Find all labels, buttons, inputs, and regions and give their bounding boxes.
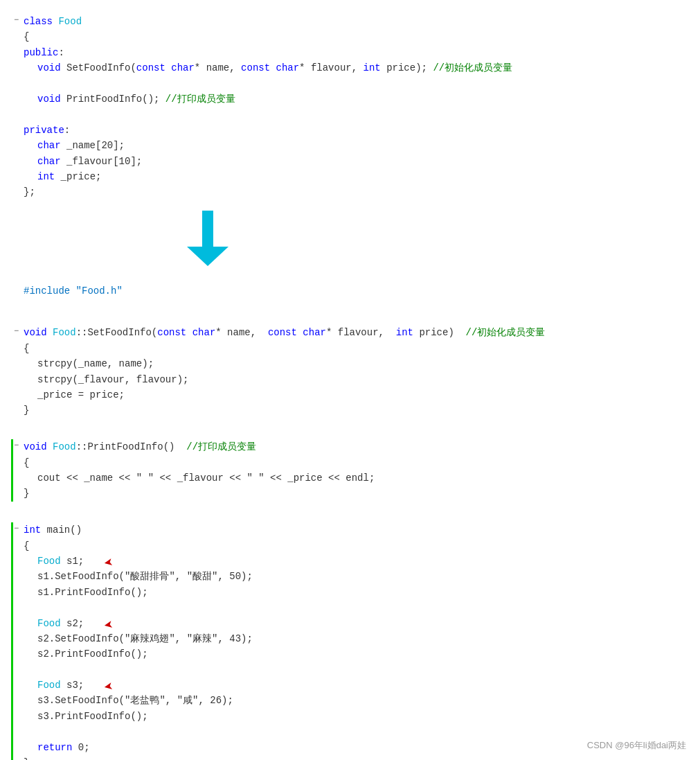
collapse-icon[interactable]: − bbox=[14, 14, 22, 27]
s2-printfoodinfo: s2.PrintFoodInfo(); bbox=[14, 646, 686, 662]
main-close: } bbox=[14, 755, 686, 760]
empty-line-1 bbox=[14, 76, 686, 91]
price-assign: _price = price; bbox=[14, 387, 686, 403]
include-directive: #include "Food.h" bbox=[24, 285, 123, 297]
name-member: char _name[20]; bbox=[14, 138, 686, 153]
open-brace: { bbox=[14, 29, 686, 44]
s3-printfoodinfo: s3.PrintFoodInfo(); bbox=[14, 709, 686, 724]
class-keyword: class bbox=[24, 14, 53, 29]
svg-rect-0 bbox=[202, 211, 213, 249]
green-left-border-main bbox=[11, 522, 13, 760]
svg-marker-1 bbox=[187, 247, 228, 266]
arrow-section bbox=[14, 207, 686, 276]
printfoodinfo-open: { bbox=[14, 455, 686, 470]
close-brace-semi: }; bbox=[14, 184, 686, 200]
printfoodinfo-close: } bbox=[14, 486, 686, 501]
class-name: Food bbox=[58, 14, 82, 29]
setfoodinfo-close: } bbox=[14, 403, 686, 418]
setfoodinfo-section: − void Food::SetFoodInfo(const char* nam… bbox=[14, 325, 686, 418]
cout-line: cout << _name << " " << _flavour << " " … bbox=[14, 470, 686, 486]
class-food-section: − class Food { public: void SetFoodInfo(… bbox=[14, 14, 686, 200]
printfoodinfo-section: − void Food::PrintFoodInfo() //打印成员变量 { … bbox=[14, 439, 686, 502]
include-line: #include "Food.h" bbox=[14, 283, 686, 299]
flavour-member: char _flavour[10]; bbox=[14, 154, 686, 169]
watermark: CSDN @96年li婚dai两娃 bbox=[587, 739, 686, 753]
s2-setfoodinfo: s2.SetFoodInfo("麻辣鸡翅", "麻辣", 43); bbox=[14, 631, 686, 646]
printfoodinfo-decl: void PrintFoodInfo(); //打印成员变量 bbox=[14, 91, 686, 107]
setfoodinfo-open: { bbox=[14, 341, 686, 356]
collapse-icon-3[interactable]: − bbox=[14, 439, 22, 452]
food-s1-line: Food s1; ➤ bbox=[14, 554, 686, 569]
food-s2-line: Food s2; ➤ bbox=[14, 616, 686, 631]
s3-setfoodinfo: s3.SetFoodInfo("老盐鸭", "咸", 26); bbox=[14, 693, 686, 708]
code-container: − class Food { public: void SetFoodInfo(… bbox=[0, 7, 700, 760]
strcpy-flavour: strcpy(_flavour, flavour); bbox=[14, 372, 686, 387]
main-section: − int main() { Food s1; ➤ s1.SetFoodInfo… bbox=[14, 522, 686, 760]
s1-setfoodinfo: s1.SetFoodInfo("酸甜排骨", "酸甜", 50); bbox=[14, 569, 686, 584]
empty-main-3 bbox=[14, 724, 686, 739]
printfoodinfo-header: − void Food::PrintFoodInfo() //打印成员变量 bbox=[14, 439, 686, 454]
empty-main-2 bbox=[14, 662, 686, 678]
private-label: private: bbox=[14, 123, 686, 138]
setfoodinfo-header: − void Food::SetFoodInfo(const char* nam… bbox=[14, 325, 686, 340]
collapse-icon-4[interactable]: − bbox=[14, 522, 22, 536]
return-line: return 0; bbox=[14, 740, 686, 755]
empty-line-2 bbox=[14, 107, 686, 122]
s1-printfoodinfo: s1.PrintFoodInfo(); bbox=[14, 585, 686, 600]
food-s3-line: Food s3; ➤ bbox=[14, 678, 686, 693]
public-label: public: bbox=[14, 45, 686, 60]
green-left-border bbox=[11, 439, 13, 502]
down-arrow-svg bbox=[187, 211, 228, 266]
strcpy-name: strcpy(_name, name); bbox=[14, 356, 686, 371]
price-member: int _price; bbox=[14, 169, 686, 184]
empty-main-1 bbox=[14, 600, 686, 615]
setfoodinfo-decl: void SetFoodInfo(const char* name, const… bbox=[14, 60, 686, 76]
collapse-icon-2[interactable]: − bbox=[14, 325, 22, 338]
class-header-line: − class Food bbox=[14, 14, 686, 29]
main-header: − int main() bbox=[14, 522, 686, 538]
main-open: { bbox=[14, 538, 686, 554]
